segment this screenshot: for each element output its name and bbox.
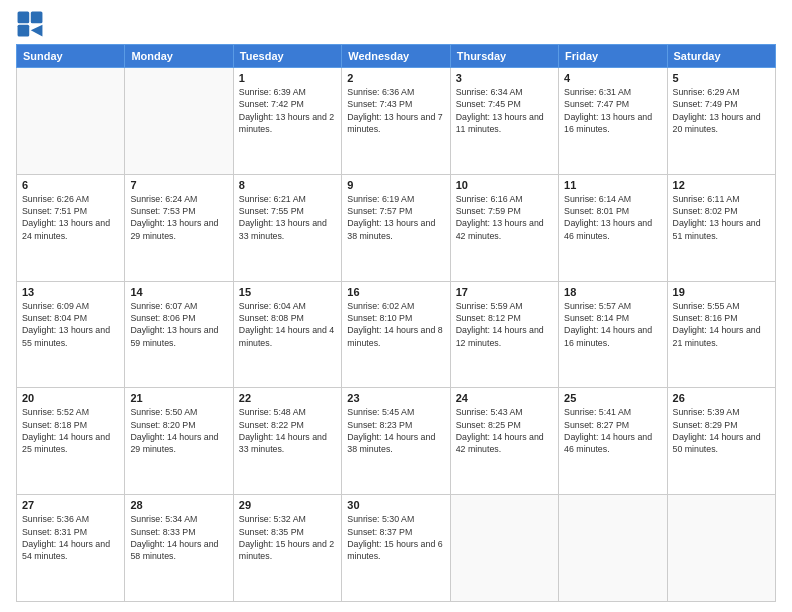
day-number: 2 xyxy=(347,72,444,84)
day-number: 13 xyxy=(22,286,119,298)
calendar-week-3: 13Sunrise: 6:09 AM Sunset: 8:04 PM Dayli… xyxy=(17,281,776,388)
day-header-saturday: Saturday xyxy=(667,45,775,68)
day-number: 4 xyxy=(564,72,661,84)
calendar-cell: 29Sunrise: 5:32 AM Sunset: 8:35 PM Dayli… xyxy=(233,495,341,602)
day-number: 8 xyxy=(239,179,336,191)
calendar-cell: 13Sunrise: 6:09 AM Sunset: 8:04 PM Dayli… xyxy=(17,281,125,388)
calendar-cell: 2Sunrise: 6:36 AM Sunset: 7:43 PM Daylig… xyxy=(342,68,450,175)
calendar-cell: 8Sunrise: 6:21 AM Sunset: 7:55 PM Daylig… xyxy=(233,174,341,281)
day-info: Sunrise: 6:31 AM Sunset: 7:47 PM Dayligh… xyxy=(564,86,661,135)
calendar-body: 1Sunrise: 6:39 AM Sunset: 7:42 PM Daylig… xyxy=(17,68,776,602)
page: SundayMondayTuesdayWednesdayThursdayFrid… xyxy=(0,0,792,612)
day-info: Sunrise: 6:36 AM Sunset: 7:43 PM Dayligh… xyxy=(347,86,444,135)
day-number: 10 xyxy=(456,179,553,191)
calendar-cell xyxy=(125,68,233,175)
calendar-cell xyxy=(667,495,775,602)
day-info: Sunrise: 6:29 AM Sunset: 7:49 PM Dayligh… xyxy=(673,86,770,135)
calendar-week-2: 6Sunrise: 6:26 AM Sunset: 7:51 PM Daylig… xyxy=(17,174,776,281)
day-info: Sunrise: 6:14 AM Sunset: 8:01 PM Dayligh… xyxy=(564,193,661,242)
calendar-cell: 6Sunrise: 6:26 AM Sunset: 7:51 PM Daylig… xyxy=(17,174,125,281)
day-info: Sunrise: 5:52 AM Sunset: 8:18 PM Dayligh… xyxy=(22,406,119,455)
day-number: 7 xyxy=(130,179,227,191)
day-info: Sunrise: 5:36 AM Sunset: 8:31 PM Dayligh… xyxy=(22,513,119,562)
day-info: Sunrise: 6:39 AM Sunset: 7:42 PM Dayligh… xyxy=(239,86,336,135)
days-of-week-row: SundayMondayTuesdayWednesdayThursdayFrid… xyxy=(17,45,776,68)
day-info: Sunrise: 5:48 AM Sunset: 8:22 PM Dayligh… xyxy=(239,406,336,455)
day-info: Sunrise: 5:32 AM Sunset: 8:35 PM Dayligh… xyxy=(239,513,336,562)
calendar-cell: 9Sunrise: 6:19 AM Sunset: 7:57 PM Daylig… xyxy=(342,174,450,281)
day-number: 20 xyxy=(22,392,119,404)
day-number: 22 xyxy=(239,392,336,404)
calendar-cell: 26Sunrise: 5:39 AM Sunset: 8:29 PM Dayli… xyxy=(667,388,775,495)
calendar-cell: 19Sunrise: 5:55 AM Sunset: 8:16 PM Dayli… xyxy=(667,281,775,388)
day-number: 24 xyxy=(456,392,553,404)
day-number: 6 xyxy=(22,179,119,191)
day-number: 21 xyxy=(130,392,227,404)
day-info: Sunrise: 6:19 AM Sunset: 7:57 PM Dayligh… xyxy=(347,193,444,242)
calendar-cell: 3Sunrise: 6:34 AM Sunset: 7:45 PM Daylig… xyxy=(450,68,558,175)
day-info: Sunrise: 6:02 AM Sunset: 8:10 PM Dayligh… xyxy=(347,300,444,349)
day-number: 28 xyxy=(130,499,227,511)
day-info: Sunrise: 5:41 AM Sunset: 8:27 PM Dayligh… xyxy=(564,406,661,455)
day-header-monday: Monday xyxy=(125,45,233,68)
calendar-cell xyxy=(17,68,125,175)
day-info: Sunrise: 6:16 AM Sunset: 7:59 PM Dayligh… xyxy=(456,193,553,242)
day-header-thursday: Thursday xyxy=(450,45,558,68)
calendar-header: SundayMondayTuesdayWednesdayThursdayFrid… xyxy=(17,45,776,68)
calendar-cell: 24Sunrise: 5:43 AM Sunset: 8:25 PM Dayli… xyxy=(450,388,558,495)
day-header-sunday: Sunday xyxy=(17,45,125,68)
calendar-cell xyxy=(450,495,558,602)
day-number: 30 xyxy=(347,499,444,511)
calendar-cell: 12Sunrise: 6:11 AM Sunset: 8:02 PM Dayli… xyxy=(667,174,775,281)
day-info: Sunrise: 6:04 AM Sunset: 8:08 PM Dayligh… xyxy=(239,300,336,349)
day-info: Sunrise: 6:26 AM Sunset: 7:51 PM Dayligh… xyxy=(22,193,119,242)
day-info: Sunrise: 5:30 AM Sunset: 8:37 PM Dayligh… xyxy=(347,513,444,562)
day-info: Sunrise: 6:21 AM Sunset: 7:55 PM Dayligh… xyxy=(239,193,336,242)
calendar-cell: 16Sunrise: 6:02 AM Sunset: 8:10 PM Dayli… xyxy=(342,281,450,388)
calendar-cell: 14Sunrise: 6:07 AM Sunset: 8:06 PM Dayli… xyxy=(125,281,233,388)
day-info: Sunrise: 5:34 AM Sunset: 8:33 PM Dayligh… xyxy=(130,513,227,562)
day-info: Sunrise: 5:55 AM Sunset: 8:16 PM Dayligh… xyxy=(673,300,770,349)
day-info: Sunrise: 6:34 AM Sunset: 7:45 PM Dayligh… xyxy=(456,86,553,135)
svg-rect-1 xyxy=(31,12,43,24)
day-info: Sunrise: 6:24 AM Sunset: 7:53 PM Dayligh… xyxy=(130,193,227,242)
calendar-cell: 5Sunrise: 6:29 AM Sunset: 7:49 PM Daylig… xyxy=(667,68,775,175)
calendar-cell: 27Sunrise: 5:36 AM Sunset: 8:31 PM Dayli… xyxy=(17,495,125,602)
calendar-cell: 10Sunrise: 6:16 AM Sunset: 7:59 PM Dayli… xyxy=(450,174,558,281)
calendar-table: SundayMondayTuesdayWednesdayThursdayFrid… xyxy=(16,44,776,602)
day-header-wednesday: Wednesday xyxy=(342,45,450,68)
calendar-cell: 18Sunrise: 5:57 AM Sunset: 8:14 PM Dayli… xyxy=(559,281,667,388)
day-number: 27 xyxy=(22,499,119,511)
day-number: 19 xyxy=(673,286,770,298)
logo-icon xyxy=(16,10,44,38)
day-info: Sunrise: 5:39 AM Sunset: 8:29 PM Dayligh… xyxy=(673,406,770,455)
svg-marker-3 xyxy=(31,25,43,37)
day-header-friday: Friday xyxy=(559,45,667,68)
day-number: 1 xyxy=(239,72,336,84)
day-number: 15 xyxy=(239,286,336,298)
calendar-cell: 17Sunrise: 5:59 AM Sunset: 8:12 PM Dayli… xyxy=(450,281,558,388)
calendar-week-1: 1Sunrise: 6:39 AM Sunset: 7:42 PM Daylig… xyxy=(17,68,776,175)
day-info: Sunrise: 6:11 AM Sunset: 8:02 PM Dayligh… xyxy=(673,193,770,242)
calendar-cell: 22Sunrise: 5:48 AM Sunset: 8:22 PM Dayli… xyxy=(233,388,341,495)
day-number: 9 xyxy=(347,179,444,191)
day-number: 26 xyxy=(673,392,770,404)
calendar-cell: 15Sunrise: 6:04 AM Sunset: 8:08 PM Dayli… xyxy=(233,281,341,388)
day-info: Sunrise: 5:43 AM Sunset: 8:25 PM Dayligh… xyxy=(456,406,553,455)
calendar-cell: 25Sunrise: 5:41 AM Sunset: 8:27 PM Dayli… xyxy=(559,388,667,495)
calendar-cell: 1Sunrise: 6:39 AM Sunset: 7:42 PM Daylig… xyxy=(233,68,341,175)
calendar-cell: 7Sunrise: 6:24 AM Sunset: 7:53 PM Daylig… xyxy=(125,174,233,281)
day-number: 23 xyxy=(347,392,444,404)
svg-rect-2 xyxy=(18,25,30,37)
calendar-cell: 21Sunrise: 5:50 AM Sunset: 8:20 PM Dayli… xyxy=(125,388,233,495)
calendar-cell: 20Sunrise: 5:52 AM Sunset: 8:18 PM Dayli… xyxy=(17,388,125,495)
day-info: Sunrise: 5:59 AM Sunset: 8:12 PM Dayligh… xyxy=(456,300,553,349)
calendar-cell: 30Sunrise: 5:30 AM Sunset: 8:37 PM Dayli… xyxy=(342,495,450,602)
day-number: 16 xyxy=(347,286,444,298)
logo xyxy=(16,10,48,38)
day-info: Sunrise: 5:57 AM Sunset: 8:14 PM Dayligh… xyxy=(564,300,661,349)
svg-rect-0 xyxy=(18,12,30,24)
day-number: 29 xyxy=(239,499,336,511)
day-info: Sunrise: 6:07 AM Sunset: 8:06 PM Dayligh… xyxy=(130,300,227,349)
day-info: Sunrise: 6:09 AM Sunset: 8:04 PM Dayligh… xyxy=(22,300,119,349)
